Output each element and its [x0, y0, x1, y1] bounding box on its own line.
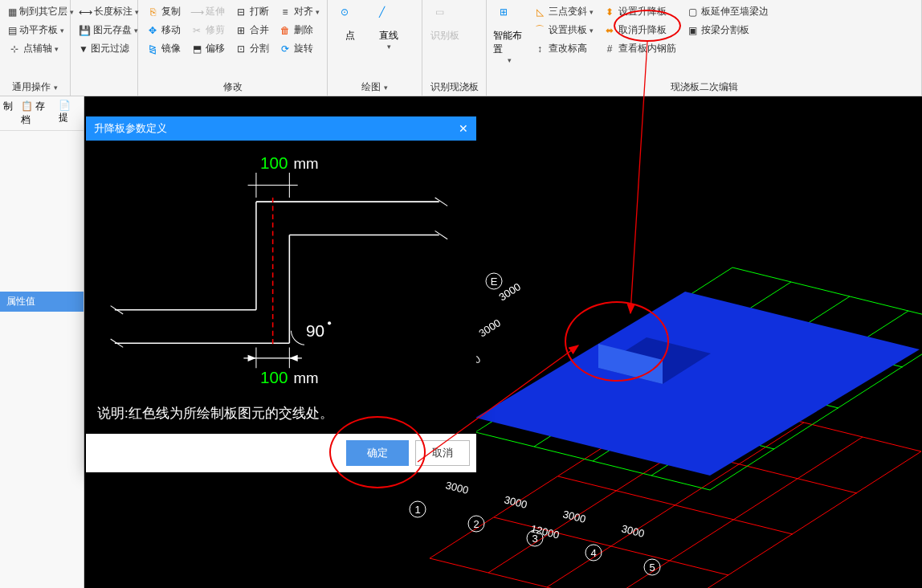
offset-icon: ⬒: [190, 43, 203, 55]
rotate-icon: ⟳: [279, 43, 292, 55]
chevron-down-icon: ▾: [60, 27, 64, 35]
set-arch-button[interactable]: ⌒设置拱板▾: [530, 22, 597, 39]
split-beam-button[interactable]: ▣按梁分割板: [683, 22, 772, 39]
align-button[interactable]: ≡对齐▾: [275, 3, 323, 20]
line-button[interactable]: ╱直线▾: [371, 3, 406, 74]
copy-button[interactable]: ⎘复制: [143, 3, 184, 20]
move-button[interactable]: ✥移动: [143, 22, 184, 39]
tab-control[interactable]: 制: [3, 100, 13, 127]
rotate-button[interactable]: ⟳旋转: [275, 40, 323, 57]
move-icon: ✥: [146, 24, 159, 37]
align-icon: ≡: [279, 6, 292, 18]
lift-slab-param-dialog: 升降板参数定义 ✕ 100 mm: [86, 116, 476, 472]
svg-text:3000: 3000: [561, 508, 587, 525]
trim-button[interactable]: ✂修剪: [187, 22, 228, 39]
group-label-modify: 修改: [138, 80, 327, 94]
svg-text:E: E: [491, 276, 498, 288]
svg-text:3000: 3000: [476, 316, 502, 339]
property-value-header: 属性值: [0, 292, 84, 312]
arch-icon: ⌒: [533, 24, 546, 37]
svg-text:4: 4: [590, 547, 596, 559]
view-rebar-button[interactable]: #查看板内钢筋: [600, 40, 679, 57]
filter-elem-button[interactable]: ▼图元过滤: [75, 40, 133, 57]
filter-icon: ▼: [79, 43, 88, 55]
svg-text:3000: 3000: [503, 493, 528, 511]
recognize-icon: ▭: [435, 6, 455, 26]
level-icon: ▤: [8, 24, 17, 37]
dialog-titlebar[interactable]: 升降板参数定义 ✕: [86, 116, 476, 141]
extend-button[interactable]: ⟶延伸: [187, 3, 228, 20]
svg-text:mm: mm: [294, 155, 319, 172]
smart-layout-button[interactable]: ⊞智能布置▾: [492, 3, 527, 74]
svg-text:100: 100: [260, 153, 288, 172]
recognize-slab-button[interactable]: ▭识别板: [427, 3, 463, 74]
offset-button[interactable]: ⬒偏移: [187, 40, 228, 57]
merge-button[interactable]: ⊞合并: [231, 22, 272, 39]
cancel-button[interactable]: 取消: [415, 440, 470, 466]
split-beam-icon: ▣: [686, 24, 699, 37]
triangle-icon: ◺: [533, 6, 546, 18]
mirror-icon: ⧎: [146, 43, 159, 55]
group-label-recognize: 识别现浇板: [422, 80, 486, 94]
dialog-title-text: 升降板参数定义: [94, 121, 167, 136]
elev-icon: ↕: [533, 43, 546, 55]
check-elev-button[interactable]: ↕查改标高: [530, 40, 597, 57]
chevron-down-icon: ▾: [590, 27, 594, 35]
group-label: 通用操作 ▾: [0, 80, 70, 94]
set-lift-slab-button[interactable]: ⬍设置升降板: [600, 3, 679, 20]
svg-text:3000: 3000: [496, 280, 522, 303]
dialog-note-text: 说明:红色线为所绘制板图元的交线处。: [97, 404, 465, 423]
group-label-draw: 绘图 ▾: [328, 80, 422, 94]
tab-extract[interactable]: 📄 提: [59, 100, 80, 127]
length-dim-button[interactable]: ⟷长度标注▾: [75, 3, 133, 20]
point-button[interactable]: ⊙点: [332, 3, 368, 74]
svg-text:3000: 3000: [620, 522, 646, 540]
point-icon: ⊙: [341, 6, 360, 26]
line-icon: ╱: [379, 6, 398, 26]
svg-text:90: 90: [306, 321, 324, 340]
slab-3d: [475, 292, 920, 476]
svg-text:mm: mm: [294, 370, 319, 385]
split-button[interactable]: ⊡分割: [231, 40, 272, 57]
ribbon-toolbar: ▦制到其它层▾ ▤动平齐板▾ ⊹点辅轴▾ 通用操作 ▾ ⟷长度标注▾ 💾图元存盘…: [0, 0, 922, 96]
three-point-button[interactable]: ◺三点变斜▾: [530, 3, 597, 20]
group-label-secondary: 现浇板二次编辑: [487, 80, 921, 94]
copy-icon: ⎘: [146, 6, 159, 18]
extend-wall-icon: ▢: [686, 6, 699, 18]
dialog-body: 100 mm 90: [86, 141, 476, 434]
extend-wall-button[interactable]: ▢板延伸至墙梁边: [683, 3, 772, 20]
level-slab-button[interactable]: ▤动平齐板▾: [5, 22, 65, 39]
delete-button[interactable]: 🗑删除: [275, 22, 323, 39]
tab-archive[interactable]: 📋 存档: [21, 100, 51, 127]
extend-icon: ⟶: [190, 6, 203, 18]
cancel-lift-slab-button[interactable]: ⬌取消升降板: [600, 22, 679, 39]
grid-icon: ⊞: [500, 6, 519, 26]
svg-text:3000: 3000: [444, 479, 470, 496]
close-icon[interactable]: ✕: [459, 122, 468, 135]
ok-button[interactable]: 确定: [346, 440, 409, 466]
chevron-down-icon: ▾: [55, 45, 59, 53]
svg-text:5: 5: [649, 561, 655, 574]
split-icon: ⊡: [235, 43, 247, 55]
chevron-down-icon: ▾: [387, 43, 391, 51]
svg-text:1: 1: [414, 504, 420, 516]
svg-line-5: [430, 558, 664, 588]
copy-to-layer-button[interactable]: ▦制到其它层▾: [5, 3, 65, 20]
merge-icon: ⊞: [235, 24, 247, 37]
aux-axis-button[interactable]: ⊹点辅轴▾: [5, 40, 65, 57]
dialog-footer: 确定 取消: [86, 434, 476, 472]
save-elem-button[interactable]: 💾图元存盘▾: [75, 22, 133, 39]
svg-point-57: [328, 321, 331, 325]
ruler-icon: ⟷: [79, 6, 92, 18]
mirror-button[interactable]: ⧎镜像: [143, 40, 184, 57]
svg-text:100: 100: [260, 368, 288, 385]
rebar-icon: #: [603, 43, 616, 55]
layer-icon: ▦: [8, 6, 17, 18]
axis-icon: ⊹: [8, 43, 21, 55]
delete-icon: 🗑: [279, 24, 292, 37]
sidebar-tabs: 制 📋 存档 📄 提: [0, 96, 84, 131]
lift-icon: ⬍: [603, 6, 616, 18]
chevron-down-icon: ▾: [590, 8, 594, 16]
break-button[interactable]: ⊟打断: [231, 3, 272, 20]
svg-text:2: 2: [473, 518, 479, 530]
